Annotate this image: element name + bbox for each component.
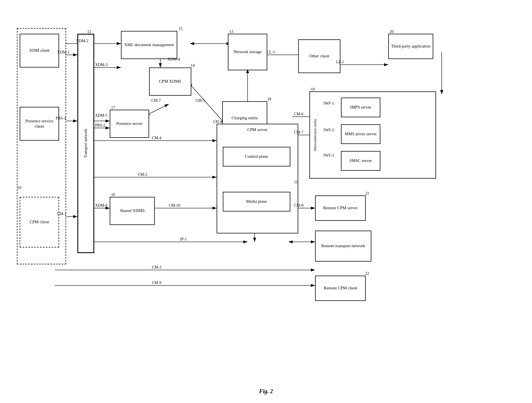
imps-server-box: IMPS server bbox=[341, 98, 380, 117]
num-15: 15 bbox=[179, 27, 183, 31]
num-21: 21 bbox=[365, 191, 369, 196]
xdm1-label: XDM-1 bbox=[57, 50, 69, 55]
xdm-client-label: XDM client bbox=[29, 48, 50, 53]
xdm3-label: XDM-3 bbox=[95, 63, 107, 67]
figure-title: Fig. 2 bbox=[259, 388, 273, 394]
figure-caption: Fig. 2 bbox=[0, 388, 532, 395]
xdm2-label: XDM-2 bbox=[76, 39, 88, 43]
cm5-label: CM-5 bbox=[196, 98, 205, 103]
xml-doc-mgmt-label: XML document management bbox=[124, 42, 174, 48]
cpm-xdms-box: CPM XDMS bbox=[149, 67, 191, 96]
num-19: 19 bbox=[311, 87, 315, 92]
cm9-label: CM-9 bbox=[152, 281, 161, 285]
prs1-label: PRS-1 bbox=[56, 116, 66, 121]
third-party-app-box: Third-party application bbox=[388, 34, 433, 59]
smsc-server-label: SMSC server bbox=[349, 158, 372, 164]
num-12: 12 bbox=[87, 30, 91, 34]
media-plane-box: Media plane bbox=[223, 192, 290, 211]
shared-xdms-label: Shared XDMS bbox=[120, 208, 145, 214]
num-18: 18 bbox=[267, 97, 271, 102]
remote-cpm-client-label: Remote CPM client bbox=[324, 285, 357, 291]
remote-transport-network-label: Remote transport network bbox=[321, 243, 365, 249]
iwf2-label: IWF-2 bbox=[324, 128, 334, 132]
cpm-server-box: CPM server Control plane Media plane bbox=[217, 124, 298, 233]
mms-proxy-server-box: MMS proxy server bbox=[341, 124, 380, 144]
presence-server-box: Presence server bbox=[110, 110, 149, 138]
cm10-label: CM-10 bbox=[169, 203, 180, 208]
num-16: 16 bbox=[111, 193, 115, 197]
remote-cpm-server-label: Remote CPM server bbox=[323, 205, 358, 211]
cm8-label: CM-8 bbox=[294, 203, 303, 208]
remote-cpm-server-box: Remote CPM server bbox=[315, 195, 366, 221]
cm1-label: CM-1 bbox=[57, 212, 66, 216]
cm2-label: CM-2 bbox=[138, 172, 147, 177]
cm7a-label: CM-7 bbox=[151, 98, 161, 103]
xdm-client-box: XDM client bbox=[20, 34, 59, 67]
xdm6-label: XDM-6 bbox=[95, 203, 107, 208]
xml-doc-mgmt-box: XML document management bbox=[121, 31, 177, 59]
lf1-label: LF-1 bbox=[336, 60, 344, 64]
presence-server-label: Presence server bbox=[116, 121, 143, 127]
num-11: 11 bbox=[294, 180, 298, 184]
remote-transport-network-box: Remote transport network bbox=[315, 231, 371, 262]
mms-proxy-server-label: MMS proxy server bbox=[345, 131, 377, 137]
num-10: 10 bbox=[17, 186, 21, 190]
num-17: 17 bbox=[111, 105, 115, 110]
num-20: 20 bbox=[390, 30, 394, 34]
num-14: 14 bbox=[191, 63, 195, 68]
other-client-box: Other client bbox=[298, 39, 340, 73]
xdm5-label: XDM-5 bbox=[95, 113, 107, 118]
num-13: 13 bbox=[229, 30, 233, 34]
svg-line-14 bbox=[191, 86, 225, 124]
cpm-xdms-label: CPM XDMS bbox=[159, 79, 181, 84]
cpm-client-box: CPM client bbox=[20, 197, 59, 247]
prs2-label: PRS-2 bbox=[95, 123, 105, 128]
network-storage-box: Network storage bbox=[228, 34, 267, 70]
control-plane-label: Control plane bbox=[245, 154, 268, 159]
remote-cpm-client-box: Remote CPM client bbox=[315, 276, 366, 301]
other-client-label: Other client bbox=[309, 53, 329, 59]
network-storage-label: Network storage bbox=[234, 49, 262, 55]
presence-service-client-label: Presence service client bbox=[22, 118, 57, 129]
svg-line-15 bbox=[149, 104, 169, 114]
shared-xdms-box: Shared XDMS bbox=[110, 197, 155, 225]
third-party-app-label: Third-party application bbox=[391, 44, 430, 49]
iwf1-label: IWF-1 bbox=[324, 101, 334, 106]
cm3-label: CM-3 bbox=[152, 265, 161, 270]
xdm4-label: XDM-4 bbox=[167, 57, 180, 62]
ip1-label: IP-1 bbox=[180, 237, 187, 242]
chx-label: CH-x bbox=[213, 120, 222, 124]
cm4-label: CM-4 bbox=[152, 136, 161, 140]
media-plane-label: Media plane bbox=[246, 199, 267, 204]
cpm-server-label: CPM server bbox=[217, 127, 298, 133]
presence-service-client-box: Presence service client bbox=[20, 107, 59, 141]
cm7b-label: CM-7 bbox=[294, 130, 303, 135]
cpm-client-label: CPM client bbox=[30, 219, 49, 225]
interconnection-entity-label: Interconnection entity bbox=[313, 119, 318, 151]
cl1-label: CL-1 bbox=[267, 50, 275, 55]
control-plane-box: Control plane bbox=[223, 147, 290, 166]
transport-network-box: Transport network bbox=[77, 34, 94, 253]
imps-server-label: IMPS server bbox=[350, 105, 371, 110]
cm6-label: CM-6 bbox=[294, 112, 303, 116]
num-22: 22 bbox=[365, 271, 369, 276]
smsc-server-box: SMSC server bbox=[341, 151, 380, 171]
transport-network-label: Transport network bbox=[83, 129, 88, 158]
iwf3-label: IWF-3 bbox=[324, 153, 334, 158]
charging-entity-label: Charging entity bbox=[232, 115, 258, 121]
